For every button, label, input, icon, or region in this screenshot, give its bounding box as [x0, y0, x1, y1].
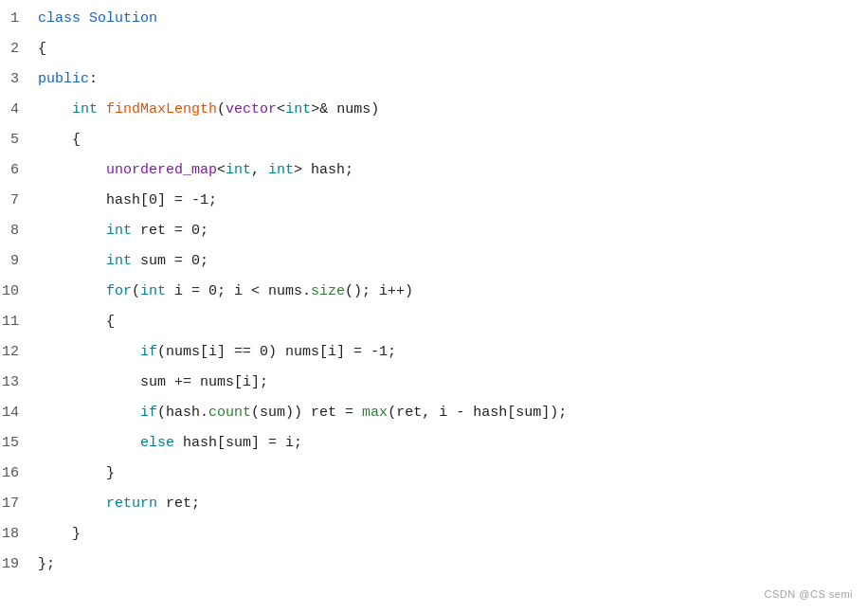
code-line: 9 int sum = 0;	[0, 248, 868, 279]
line-number: 2	[0, 36, 38, 63]
code-line: 15 else hash[sum] = i;	[0, 430, 868, 460]
line-content: if(hash.count(sum)) ret = max(ret, i - h…	[38, 400, 857, 426]
line-content: hash[0] = -1;	[38, 188, 857, 214]
line-content: }	[38, 460, 857, 487]
line-number: 5	[0, 127, 38, 153]
line-content: int ret = 0;	[38, 218, 857, 244]
line-content: };	[38, 551, 857, 578]
code-line: 7 hash[0] = -1;	[0, 188, 868, 218]
line-content: }	[38, 521, 857, 548]
line-content: int findMaxLength(vector<int>& nums)	[38, 97, 857, 123]
code-line: 3public:	[0, 66, 868, 97]
line-content: {	[38, 36, 857, 63]
line-number: 6	[0, 157, 38, 184]
line-content: else hash[sum] = i;	[38, 430, 857, 457]
code-line: 2{	[0, 36, 868, 66]
code-line: 1class Solution	[0, 6, 868, 36]
line-number: 18	[0, 521, 38, 548]
line-number: 12	[0, 339, 38, 366]
line-content: unordered_map<int, int> hash;	[38, 157, 857, 184]
code-line: 10 for(int i = 0; i < nums.size(); i++)	[0, 279, 868, 309]
line-number: 10	[0, 279, 38, 305]
line-content: for(int i = 0; i < nums.size(); i++)	[38, 279, 857, 305]
code-line: 8 int ret = 0;	[0, 218, 868, 248]
line-content: sum += nums[i];	[38, 370, 857, 396]
watermark-text: CSDN @CS semi	[765, 585, 853, 604]
code-line: 12 if(nums[i] == 0) nums[i] = -1;	[0, 339, 868, 370]
line-content: int sum = 0;	[38, 248, 857, 275]
line-content: return ret;	[38, 491, 857, 517]
line-number: 7	[0, 188, 38, 214]
line-number: 3	[0, 66, 38, 93]
code-line: 13 sum += nums[i];	[0, 370, 868, 400]
line-number: 16	[0, 460, 38, 487]
code-line: 14 if(hash.count(sum)) ret = max(ret, i …	[0, 400, 868, 430]
code-editor: 1class Solution2{3public:4 int findMaxLe…	[0, 0, 868, 613]
line-number: 17	[0, 491, 38, 517]
code-line: 19};	[0, 551, 868, 582]
line-content: public:	[38, 66, 857, 93]
line-content: if(nums[i] == 0) nums[i] = -1;	[38, 339, 857, 366]
code-line: 18 }	[0, 521, 868, 551]
line-content: {	[38, 127, 857, 153]
line-number: 15	[0, 430, 38, 457]
line-content: {	[38, 309, 857, 335]
code-line: 4 int findMaxLength(vector<int>& nums)	[0, 97, 868, 127]
line-number: 14	[0, 400, 38, 426]
line-number: 4	[0, 97, 38, 123]
code-line: 11 {	[0, 309, 868, 339]
code-line: 6 unordered_map<int, int> hash;	[0, 157, 868, 188]
code-line: 16 }	[0, 460, 868, 491]
line-number: 19	[0, 551, 38, 578]
line-number: 13	[0, 370, 38, 396]
code-line: 17 return ret;	[0, 491, 868, 521]
line-content: class Solution	[38, 6, 857, 32]
line-number: 8	[0, 218, 38, 244]
code-line: 5 {	[0, 127, 868, 157]
line-number: 11	[0, 309, 38, 335]
line-number: 1	[0, 6, 38, 32]
line-number: 9	[0, 248, 38, 275]
